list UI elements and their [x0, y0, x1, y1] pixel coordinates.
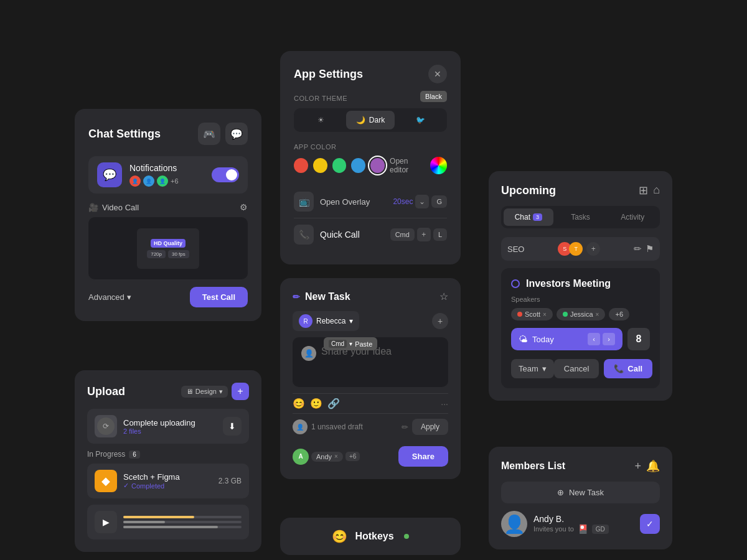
- mini-avatar-3: 👤: [157, 175, 168, 187]
- edit-pencil-icon[interactable]: ✏: [634, 243, 642, 254]
- notification-bell-icon[interactable]: 🔔: [646, 459, 660, 473]
- upload-add-button[interactable]: +: [232, 383, 249, 400]
- advanced-button[interactable]: Advanced ▾: [88, 292, 131, 302]
- new-task-card: ✏ New Task ☆ R Rebecca ▾ + Cmd ▾ Rebecca…: [280, 278, 461, 479]
- tab-activity[interactable]: Activity: [608, 208, 657, 226]
- speaker-jessica: Jessica ×: [557, 308, 606, 320]
- home-icon[interactable]: ⌂: [653, 184, 660, 197]
- close-button[interactable]: ✕: [428, 65, 447, 83]
- tab-chat[interactable]: Chat 3: [504, 208, 553, 226]
- draft-avatar: 👤: [293, 419, 308, 434]
- overlay-icon: 📺: [294, 192, 314, 212]
- theme-black[interactable]: 🐦: [396, 111, 444, 129]
- remove-scott-btn[interactable]: ×: [543, 311, 547, 318]
- tab-row: Chat 3 Tasks Activity: [501, 206, 660, 228]
- color-green[interactable]: [332, 158, 347, 173]
- emoji2-icon[interactable]: 🙂: [310, 398, 322, 409]
- upload-download-button[interactable]: ⬇: [223, 417, 242, 436]
- app-settings-card: App Settings ✕ Color Theme Black ☀ 🌙 Dar…: [280, 51, 461, 264]
- upload-item-complete: ⟳ Complete uploading 2 files ⬇: [87, 409, 249, 444]
- test-call-button[interactable]: Test Call: [190, 287, 248, 307]
- members-card: Members List + 🔔 ⊕ New Task 👤 Andy B. In…: [489, 447, 672, 549]
- member-badge-icon: 🎴: [578, 524, 588, 534]
- upload-title: Upload: [87, 385, 125, 398]
- plus-key: +: [417, 228, 431, 241]
- seo-avatar-2: T: [569, 242, 583, 256]
- l-key: L: [433, 228, 447, 241]
- seo-add-button[interactable]: +: [586, 242, 600, 256]
- team-button[interactable]: Team ▾: [511, 359, 554, 378]
- cancel-button[interactable]: Cancel: [554, 359, 599, 378]
- pencil-icon: ✏: [293, 292, 300, 302]
- monitor-icon: HD Quality 720p 30 fps: [137, 228, 199, 269]
- video-settings-icon[interactable]: ⚙: [240, 202, 248, 212]
- in-progress-label: In Progress: [87, 450, 125, 459]
- hotkeys-status-dot: [404, 534, 409, 539]
- scetch-item: ◆ Scetch + Figma ✓ Completed 2.3 GB: [87, 464, 249, 498]
- overlay-chevron[interactable]: ⌄: [415, 195, 429, 208]
- color-red[interactable]: [294, 158, 308, 173]
- call-button[interactable]: 📞 Call: [604, 359, 652, 378]
- more-button[interactable]: ···: [441, 399, 448, 409]
- upload-filename: Complete uploading: [123, 418, 217, 427]
- meeting-title: Investors Meeting: [526, 278, 611, 289]
- chat-badge: 3: [533, 213, 542, 221]
- date-box: 🌤 Today ‹ ›: [511, 328, 622, 350]
- date-prev-button[interactable]: ‹: [588, 333, 600, 345]
- color-yellow[interactable]: [313, 158, 327, 173]
- notifications-toggle[interactable]: [212, 167, 239, 182]
- new-task-button[interactable]: ⊕ New Task: [501, 482, 660, 503]
- member-avatar-andy: 👤: [501, 511, 527, 537]
- chat-icon-btn[interactable]: 💬: [225, 123, 248, 145]
- star-icon[interactable]: ☆: [439, 291, 448, 302]
- upcoming-card: Upcoming ⊞ ⌂ Chat 3 Tasks Activity SEO S…: [489, 171, 672, 401]
- upload-file-icon: ⟳: [95, 415, 117, 437]
- media-player: ▶: [87, 505, 249, 539]
- member-item-andy: 👤 Andy B. Invites you to 🎴 GD ✓: [501, 511, 660, 537]
- add-assignee-button[interactable]: +: [432, 313, 448, 329]
- quick-call-icon: 📞: [294, 225, 314, 245]
- color-purple[interactable]: [370, 158, 385, 173]
- theme-light[interactable]: ☀: [296, 111, 345, 129]
- chat-settings-card: Chat Settings 🎮 💬 💬 Notifications 👤 👤 👤 …: [75, 109, 261, 321]
- remove-jessica-btn[interactable]: ×: [596, 311, 599, 318]
- app-settings-title: App Settings: [294, 68, 363, 81]
- hotkeys-title: Hotkeys: [355, 531, 393, 542]
- add-member-icon[interactable]: +: [634, 460, 641, 473]
- color-blue[interactable]: [351, 158, 365, 173]
- theme-dark[interactable]: 🌙 Dark: [346, 111, 395, 129]
- speaker-tags: Scott × Jessica × +6: [511, 308, 650, 320]
- notif-label: Notifications: [129, 163, 204, 173]
- upcoming-title: Upcoming: [501, 184, 556, 197]
- play-button[interactable]: ▶: [95, 511, 117, 533]
- tab-tasks[interactable]: Tasks: [556, 208, 606, 226]
- emoji-icon[interactable]: 😊: [293, 398, 305, 409]
- share-button[interactable]: Share: [398, 446, 448, 467]
- task-input-area[interactable]: Cmd ▾ Rebecca Paste 👤 Share your idea: [293, 337, 448, 387]
- open-editor-button[interactable]: Open editor: [390, 157, 447, 174]
- link-icon[interactable]: 🔗: [327, 398, 340, 409]
- check-action-button[interactable]: ✓: [640, 514, 660, 534]
- gamepad-icon[interactable]: 🎮: [198, 123, 220, 145]
- assignee-avatar: R: [299, 314, 312, 328]
- in-progress-count: 6: [129, 450, 140, 459]
- seo-avatars: S T: [558, 242, 583, 256]
- apply-button[interactable]: Apply: [412, 419, 448, 435]
- meeting-footer: Team ▾ Cancel 📞 Call: [511, 359, 650, 378]
- edit-icon[interactable]: ✏: [402, 422, 408, 432]
- date-next-button[interactable]: ›: [603, 333, 615, 345]
- seo-label: SEO: [507, 245, 524, 254]
- andy-tag: Andy ×: [311, 452, 343, 462]
- new-task-title: New Task: [305, 291, 350, 302]
- assignee-select[interactable]: R Rebecca ▾: [293, 311, 359, 331]
- quick-call-label: Quick Call: [320, 230, 384, 240]
- grid-icon[interactable]: ⊞: [639, 184, 648, 197]
- flag-icon[interactable]: ⚑: [646, 243, 654, 254]
- member-badge: GD: [592, 525, 609, 534]
- notif-avatar: 💬: [97, 162, 122, 187]
- mini-avatar-2: 👤: [143, 175, 154, 187]
- members-title: Members List: [501, 460, 565, 472]
- task-toolbar: 😊 🙂 🔗 ···: [293, 393, 448, 413]
- cmd-key: Cmd: [390, 228, 415, 241]
- date-text: Today: [532, 335, 583, 344]
